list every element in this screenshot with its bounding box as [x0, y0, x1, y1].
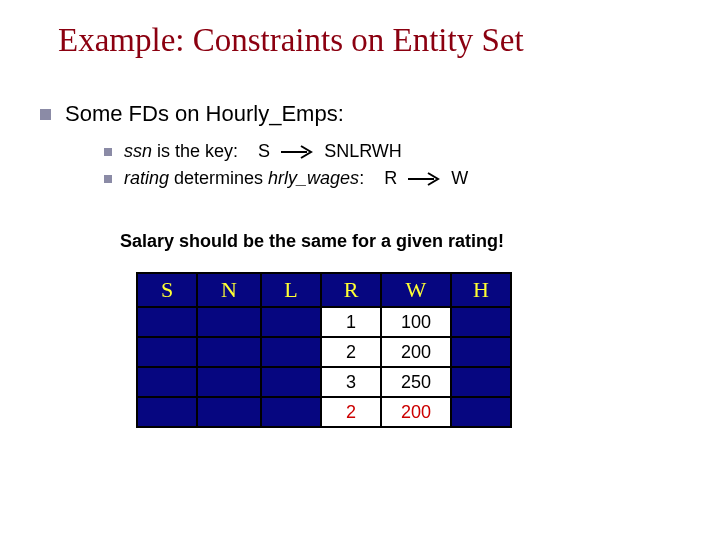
cell-l	[261, 337, 321, 367]
cell-r: 2	[321, 397, 381, 427]
cell-r: 1	[321, 307, 381, 337]
cell-s	[137, 337, 197, 367]
cell-r: 2	[321, 337, 381, 367]
data-table: SNLRWH 1100220032502200	[136, 272, 512, 428]
cell-n	[197, 397, 261, 427]
fd2-italic2: hrly_wages	[268, 168, 359, 188]
cell-w: 200	[381, 397, 451, 427]
bullet-main-text: Some FDs on Hourly_Emps:	[65, 101, 344, 127]
cell-n	[197, 367, 261, 397]
col-header-w: W	[381, 273, 451, 307]
col-header-h: H	[451, 273, 511, 307]
cell-w: 100	[381, 307, 451, 337]
header-row: SNLRWH	[137, 273, 511, 307]
fd1-left: S	[258, 141, 270, 161]
table-row: 2200	[137, 337, 511, 367]
col-header-l: L	[261, 273, 321, 307]
table-head: SNLRWH	[137, 273, 511, 307]
slide-title: Example: Constraints on Entity Set	[0, 0, 720, 59]
cell-s	[137, 367, 197, 397]
fd2-colon: :	[359, 168, 364, 188]
cell-r: 3	[321, 367, 381, 397]
sub-bullet-2: rating determines hrly_wages: R W	[104, 168, 720, 189]
sub-bullet-1: ssn is the key: S SNLRWH	[104, 141, 720, 162]
table-row: 2200	[137, 397, 511, 427]
cell-l	[261, 367, 321, 397]
bullet-main: Some FDs on Hourly_Emps:	[40, 101, 720, 127]
data-table-wrap: SNLRWH 1100220032502200	[0, 252, 720, 428]
cell-l	[261, 397, 321, 427]
col-header-r: R	[321, 273, 381, 307]
note-text: Salary should be the same for a given ra…	[0, 195, 720, 252]
cell-n	[197, 307, 261, 337]
bullet-square-icon	[104, 175, 112, 183]
cell-w: 250	[381, 367, 451, 397]
bullet-square-icon	[40, 109, 51, 120]
fd2-text: rating determines hrly_wages: R W	[124, 168, 468, 189]
bullet-square-icon	[104, 148, 112, 156]
arrow-icon	[406, 172, 442, 186]
cell-l	[261, 307, 321, 337]
cell-w: 200	[381, 337, 451, 367]
fd2-right: W	[451, 168, 468, 188]
cell-n	[197, 337, 261, 367]
cell-h	[451, 367, 511, 397]
bullet-list: Some FDs on Hourly_Emps: ssn is the key:…	[0, 59, 720, 189]
fd2-left: R	[384, 168, 397, 188]
fd1-italic: ssn	[124, 141, 152, 161]
col-header-n: N	[197, 273, 261, 307]
fd2-plain: determines	[169, 168, 268, 188]
cell-h	[451, 307, 511, 337]
sub-bullet-list: ssn is the key: S SNLRWH rating determin…	[40, 127, 720, 189]
arrow-icon	[279, 145, 315, 159]
table-row: 3250	[137, 367, 511, 397]
cell-s	[137, 397, 197, 427]
cell-h	[451, 397, 511, 427]
col-header-s: S	[137, 273, 197, 307]
fd2-italic1: rating	[124, 168, 169, 188]
fd1-plain: is the key:	[152, 141, 238, 161]
fd1-text: ssn is the key: S SNLRWH	[124, 141, 402, 162]
fd1-right: SNLRWH	[324, 141, 402, 161]
table-body: 1100220032502200	[137, 307, 511, 427]
table-row: 1100	[137, 307, 511, 337]
cell-s	[137, 307, 197, 337]
cell-h	[451, 337, 511, 367]
